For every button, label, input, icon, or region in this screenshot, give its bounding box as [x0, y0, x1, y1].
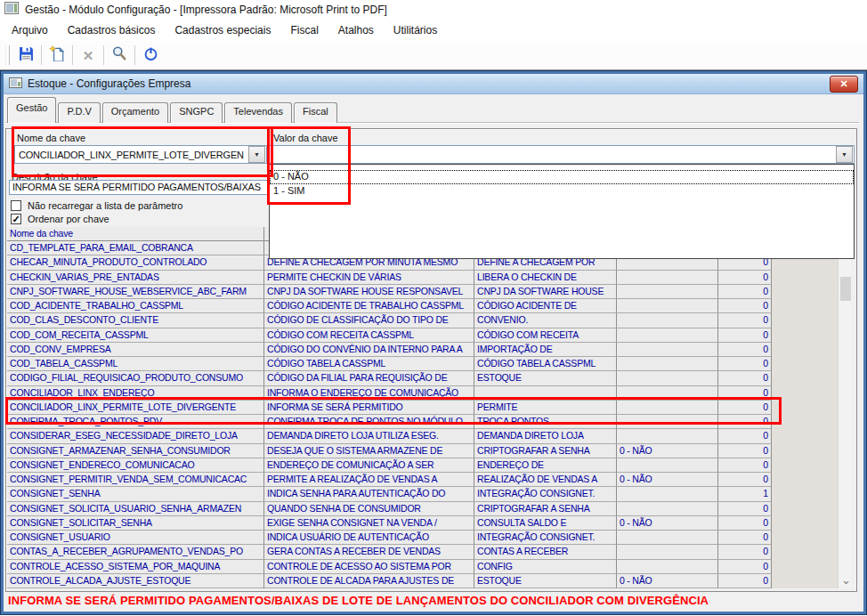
table-row[interactable]: COD_CLAS_DESCONTO_CLIENTECÓDIGO DE CLASS… [7, 313, 851, 328]
cell[interactable]: PERMITE [474, 401, 617, 415]
table-row[interactable]: CONTROLE_ALCADA_AJUSTE_ESTOQUECONTROLE D… [7, 574, 851, 588]
table-row[interactable]: CONSIDERAR_ESEG_NECESSIDADE_DIRETO_LOJAD… [7, 429, 851, 443]
cell[interactable]: CÓDIGO ACIDENTE DE TRABALHO CASSPML [264, 299, 474, 313]
toolbar-grip[interactable] [5, 45, 10, 65]
table-row[interactable]: CONSIGNET_ARMAZENAR_SENHA_CONSUMIDORDESE… [7, 444, 851, 458]
table-row[interactable]: CODIGO_FILIAL_REQUISICAO_PRODUTO_CONSUMO… [7, 371, 851, 385]
cell[interactable]: CODIGO_FILIAL_REQUISICAO_PRODUTO_CONSUMO [7, 371, 264, 385]
cell[interactable]: CONSIGNET_SOLICITA_USUARIO_SENHA_ARMAZEN [7, 502, 264, 516]
tab-televendas[interactable]: Televendas [224, 102, 292, 123]
table-row[interactable]: CONTROLE_ACESSO_SISTEMA_POR_MAQUINACONTR… [7, 560, 851, 574]
cell[interactable]: CONTROLE DE ACESSO AO SISTEMA POR [264, 560, 474, 574]
cell[interactable] [617, 343, 718, 357]
cell[interactable]: PERMITE A REALIZAÇÃO DE VENDAS A [264, 473, 474, 487]
cell[interactable]: ESTOQUE [474, 371, 617, 385]
menu-item-cadastros-especiais[interactable]: Cadastros especiais [165, 20, 280, 40]
cell[interactable] [617, 386, 718, 401]
cell[interactable]: 0 [718, 502, 772, 516]
cell[interactable]: CÓDIGO TABELA CASSPML [474, 357, 617, 371]
cell[interactable] [617, 560, 718, 574]
tab-fiscal[interactable]: Fiscal [294, 102, 337, 123]
cell[interactable]: INFORMA SE SERÁ PERMITIDO [264, 401, 474, 415]
cell[interactable]: CONSULTA SALDO E [474, 516, 617, 531]
cell[interactable]: CHECAR_MINUTA_PRODUTO_CONTROLADO [7, 255, 264, 270]
cell[interactable]: CONSIGNET_USUARIO [7, 531, 264, 545]
table-row[interactable]: CONSIGNET_SENHAINDICA SENHA PARA AUTENTI… [7, 487, 851, 501]
valor-combo-dropdown-button[interactable]: ▼ [836, 146, 853, 163]
nome-combo-dropdown-button[interactable]: ▼ [248, 146, 265, 163]
cell[interactable]: CD_TEMPLATE_PARA_EMAIL_COBRANCA [7, 241, 264, 255]
menu-item-cadastros-basicos[interactable]: Cadastros básicos [58, 20, 166, 40]
cell[interactable]: CONTROLE_ACESSO_SISTEMA_POR_MAQUINA [7, 560, 264, 574]
cell[interactable] [617, 271, 718, 285]
cell[interactable]: 0 [718, 415, 772, 429]
cell[interactable]: CÓDIGO TABELA CASSPML [264, 357, 474, 371]
menu-item-arquivo[interactable]: Arquivo [2, 20, 58, 40]
cell[interactable]: ESTOQUE [474, 574, 617, 588]
table-row[interactable]: COD_CONV_EMPRESACÓDIGO DO CONVÊNIO DA IN… [7, 343, 851, 357]
cell[interactable]: 0 [718, 386, 772, 401]
dropdown-option-1-sim[interactable]: 1 - SIM [270, 184, 854, 199]
cell[interactable]: CÓDIGO ACIDENTE DE [474, 299, 617, 313]
cell[interactable]: REALIZAÇÃO DE VENDAS A [474, 473, 617, 487]
tab-gestao[interactable]: Gestão [7, 97, 56, 123]
cell[interactable]: CNPJ_SOFTWARE_HOUSE_WEBSERVICE_ABC_FARM [7, 285, 264, 299]
cell[interactable]: CONSIGNET_ARMAZENAR_SENHA_CONSUMIDOR [7, 444, 264, 458]
cell[interactable]: 0 [718, 271, 772, 285]
cell[interactable]: INTEGRAÇÃO CONSIGNET. [474, 487, 617, 501]
cell[interactable] [617, 502, 718, 516]
cell[interactable]: PERMITE CHECKIN DE VÁRIAS [264, 271, 474, 285]
cell[interactable]: QUANDO SENHA DE CONSUMIDOR [264, 502, 474, 516]
cell[interactable] [617, 458, 718, 473]
nao-recarregar-checkbox[interactable] [11, 200, 21, 211]
cell[interactable]: 0 [718, 531, 772, 545]
cell[interactable]: COD_CONV_EMPRESA [7, 343, 264, 357]
cell[interactable]: 0 [718, 371, 772, 385]
cell[interactable]: CONSIGNET_ENDERECO_COMUNICACAO [7, 458, 264, 473]
cell[interactable]: 0 - NÃO [617, 473, 718, 487]
cell[interactable]: INDICA USUÁRIO DE AUTENTICAÇÃO [264, 531, 474, 545]
close-button[interactable]: ✕ [830, 76, 858, 93]
cell[interactable]: CONFIG [474, 560, 617, 574]
cell[interactable]: CÓDIGO COM RECEITA CASSPML [264, 328, 474, 343]
cell[interactable]: 0 [718, 313, 772, 328]
cell[interactable]: 0 [718, 357, 772, 371]
cell[interactable]: 0 [718, 473, 772, 487]
cell[interactable]: ENDEREÇO DE [474, 458, 617, 473]
table-row[interactable]: CONCILIADOR_LINX_ENDEREÇOINFORMA O ENDER… [7, 386, 851, 401]
table-row[interactable]: CONSIGNET_ENDERECO_COMUNICACAOENDEREÇO D… [7, 458, 851, 473]
cell[interactable]: CONSIDERAR_ESEG_NECESSIDADE_DIRETO_LOJA [7, 429, 264, 443]
cell[interactable]: 0 [718, 444, 772, 458]
nome-da-chave-combobox[interactable]: CONCILIADOR_LINX_PERMITE_LOTE_DIVERGEN ▼ [14, 145, 267, 164]
cell[interactable] [617, 285, 718, 299]
cell[interactable]: 0 - NÃO [617, 444, 718, 458]
table-row[interactable]: CONCILIADOR_LINX_PERMITE_LOTE_DIVERGENTE… [7, 401, 851, 415]
cell[interactable]: CÓDIGO DO CONVÊNIO DA INTERNO PARA A [264, 343, 474, 357]
table-row[interactable]: CONSIGNET_USUARIOINDICA USUÁRIO DE AUTEN… [7, 531, 851, 545]
delete-button[interactable]: ✕ [76, 44, 101, 67]
cell[interactable]: CONSIGNET_PERMITIR_VENDA_SEM_COMUNICACAC [7, 473, 264, 487]
cell[interactable]: CONTROLE DE ALCADA PARA AJUSTES DE [264, 574, 474, 588]
cell[interactable]: CÓDIGO COM RECEITA [474, 328, 617, 343]
table-row[interactable]: CHECKIN_VARIAS_PRE_ENTADASPERMITE CHECKI… [7, 271, 851, 285]
cell[interactable]: LIBERA O CHECKIN DE [474, 271, 617, 285]
tab-sngpc[interactable]: SNGPC [170, 102, 223, 123]
cell[interactable]: CONTROLE_ALCADA_AJUSTE_ESTOQUE [7, 574, 264, 588]
cell[interactable] [617, 371, 718, 385]
cell[interactable]: EXIGE SENHA CONSIGNET NA VENDA / [264, 516, 474, 531]
cell[interactable]: 0 [718, 574, 772, 588]
cell[interactable]: CNPJ DA SOFTWARE HOUSE [474, 285, 617, 299]
cell[interactable]: CÓDIGO DA FILIAL PARA REQUISIÇÃO DE [264, 371, 474, 385]
cell[interactable] [617, 531, 718, 545]
tab-orcamento[interactable]: Orçamento [102, 102, 168, 123]
tab-p-d-v[interactable]: P.D.V [58, 102, 100, 123]
descricao-da-chave-field[interactable]: INFORMA SE SERÁ PERMITIDO PAGAMENTOS/BAI… [9, 180, 273, 195]
cell[interactable]: DEMANDA DIRETO LOJA [474, 429, 617, 443]
cell[interactable]: 0 [718, 458, 772, 473]
cell[interactable]: CONTAS_A_RECEBER_AGRUPAMENTO_VENDAS_PO [7, 545, 264, 559]
cell[interactable]: CNPJ DA SOFTWARE HOUSE RESPONSAVEL [264, 285, 474, 299]
cell[interactable]: 0 - NÃO [617, 516, 718, 531]
cell[interactable]: 0 [718, 285, 772, 299]
cell[interactable] [617, 545, 718, 559]
scrollbar-thumb[interactable] [840, 277, 851, 301]
